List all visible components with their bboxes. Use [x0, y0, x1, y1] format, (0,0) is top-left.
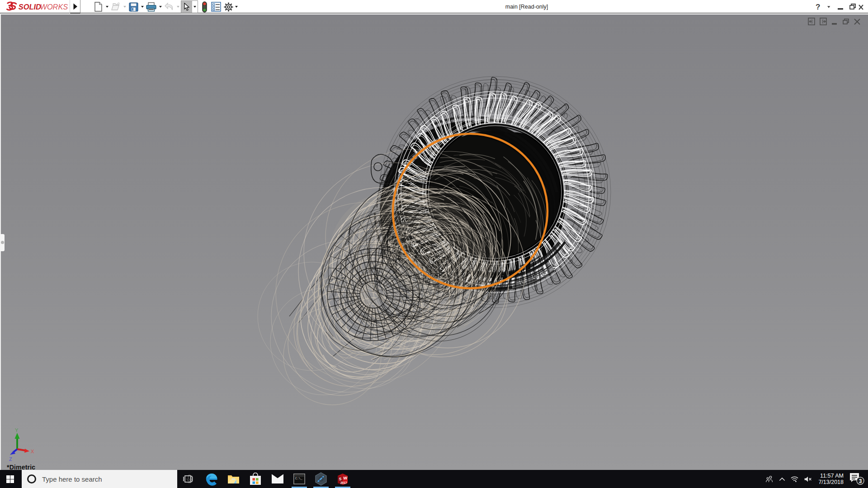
svg-text:Z: Z [9, 456, 12, 462]
svg-text:Y: Y [15, 427, 19, 433]
svg-text:S: S [339, 477, 342, 481]
svg-text:2017: 2017 [340, 481, 347, 484]
svg-text:X: X [31, 449, 34, 454]
svg-text:W: W [344, 476, 348, 480]
svg-text:?: ? [816, 3, 820, 11]
svg-text:SOLID: SOLID [19, 3, 41, 11]
svg-text:C:\_: C:\_ [295, 477, 302, 480]
svg-text:3: 3 [859, 478, 862, 484]
svg-text:WORKS: WORKS [40, 3, 68, 11]
